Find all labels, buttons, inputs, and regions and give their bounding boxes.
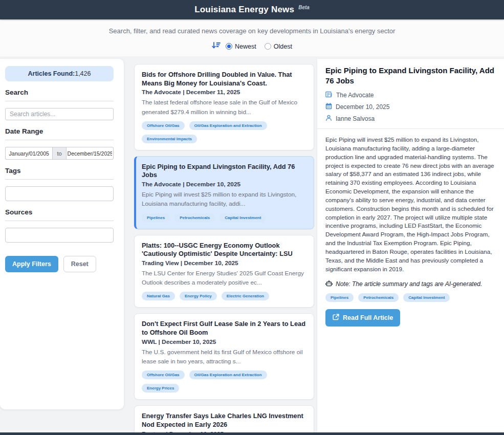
filter-sidebar: Articles Found:1,426 Search Date Range t…: [0, 59, 124, 409]
tag-pill: Petrochemicals: [174, 213, 215, 222]
sort-radio-group: Newest Oldest: [226, 43, 292, 50]
external-link-icon: [333, 314, 339, 322]
page-subtitle: Search, filter, and read curated news co…: [0, 27, 504, 35]
detail-title: Epic Piping to Expand Livingston Facilit…: [325, 66, 496, 85]
sort-oldest-radio[interactable]: Oldest: [265, 43, 292, 50]
article-card[interactable]: Bids for Offshore Drilling Doubled in Va…: [134, 64, 314, 150]
tags-heading: Tags: [5, 167, 114, 175]
divider: [5, 179, 114, 180]
article-card-title: Platts: 100--USGC Energy Economy Outlook…: [142, 242, 306, 258]
sort-controls: Newest Oldest: [0, 41, 504, 51]
sort-oldest-label: Oldest: [274, 43, 292, 50]
calendar-icon: [325, 102, 332, 112]
apply-filters-button[interactable]: Apply Filters: [5, 256, 58, 272]
beta-badge: Beta: [298, 5, 310, 10]
detail-date: December 10, 2025: [336, 103, 389, 111]
search-heading: Search: [5, 89, 114, 96]
date-range-heading: Date Range: [5, 127, 114, 135]
ai-note-text: Note: The article summary and tags are A…: [336, 280, 482, 288]
article-card-tags: Natural GasEnergy PolicyElectric Generat…: [142, 292, 306, 300]
read-full-article-button[interactable]: Read Full Article: [325, 309, 400, 327]
tag-pill: Capital Investment: [403, 293, 450, 302]
tag-pill: Petrochemicals: [358, 293, 399, 302]
divider: [5, 101, 114, 101]
article-card-source-date: Trading View | December 10, 2025: [142, 259, 306, 267]
article-card-snippet: The latest federal offshore lease sale i…: [142, 98, 306, 117]
read-full-article-label: Read Full Article: [343, 314, 393, 321]
tag-pill: Offshore Oil/Gas: [142, 371, 185, 379]
tag-pill: Pipelines: [142, 213, 170, 222]
article-list[interactable]: Bids for Offshore Drilling Doubled in Va…: [127, 59, 317, 435]
app-header: Louisiana Energy News Beta: [0, 0, 504, 19]
article-card-snippet: The U.S. government held its first Gulf …: [142, 347, 306, 366]
footer-strip: [0, 432, 504, 435]
article-card-title: Bids for Offshore Drilling Doubled in Va…: [142, 71, 306, 88]
detail-author: Ianne Salvosa: [336, 115, 375, 122]
date-from-input[interactable]: [5, 147, 52, 160]
article-card-source-date: The Advocate | December 11, 2025: [142, 89, 306, 96]
radio-unchecked-icon[interactable]: [265, 43, 271, 50]
article-card-title: Epic Piping to Expand Livingston Facilit…: [142, 163, 306, 180]
articles-found-badge: Articles Found:1,426: [5, 66, 114, 81]
tag-pill: Environmental Impacts: [142, 135, 197, 143]
divider: [317, 128, 504, 129]
tag-pill: Oil/Gas Exploration and Extraction: [189, 371, 267, 379]
article-card[interactable]: Don't Expect First Gulf Lease Sale in 2 …: [134, 313, 314, 400]
articles-found-label: Articles Found:: [28, 70, 75, 77]
detail-tags: PipelinesPetrochemicalsCapital Investmen…: [325, 293, 496, 302]
article-card[interactable]: Energy Transfer Says Lake Charles LNG In…: [134, 405, 314, 435]
article-card-title: Energy Transfer Says Lake Charles LNG In…: [142, 412, 306, 429]
article-card[interactable]: Epic Piping to Expand Livingston Facilit…: [134, 156, 314, 229]
newspaper-icon: [325, 91, 333, 100]
tag-pill: Natural Gas: [142, 292, 175, 300]
tag-pill: Pipelines: [325, 293, 354, 302]
sources-input[interactable]: [5, 228, 114, 243]
article-card-source-date: The Advocate | December 10, 2025: [142, 181, 306, 188]
tag-pill: Offshore Oil/Gas: [142, 121, 185, 130]
article-card-title: Don't Expect First Gulf Lease Sale in 2 …: [142, 320, 306, 337]
tag-pill: Oil/Gas Exploration and Extraction: [189, 121, 267, 130]
article-detail-panel: Epic Piping to Expand Livingston Facilit…: [317, 59, 504, 432]
ai-note: Note: The article summary and tags are A…: [325, 279, 496, 289]
date-range-group: to: [5, 147, 114, 160]
robot-icon: [325, 279, 333, 289]
sub-header: Search, filter, and read curated news co…: [0, 19, 504, 56]
detail-meta: The Advocate December 10, 2025: [325, 91, 496, 123]
article-card-snippet: Epic Piping will invest $25 million to e…: [142, 190, 306, 209]
sort-descending-icon: [212, 41, 221, 51]
date-separator-label: to: [52, 147, 66, 160]
tag-pill: Capital Investment: [220, 213, 266, 222]
divider: [5, 140, 114, 140]
article-card-tags: Offshore Oil/GasOil/Gas Exploration and …: [142, 121, 306, 143]
articles-found-value: 1,426: [75, 70, 91, 77]
search-input[interactable]: [5, 108, 114, 120]
tags-input[interactable]: [5, 186, 114, 201]
article-card-tags: PipelinesPetrochemicalsCapital Investmen…: [142, 213, 306, 222]
divider: [5, 221, 114, 221]
detail-summary: Epic Piping will invest $25 million to e…: [325, 136, 496, 274]
detail-source: The Advocate: [336, 92, 374, 99]
tag-pill: Energy Prices: [142, 384, 179, 393]
app-title: Louisiana Energy News: [194, 5, 294, 15]
article-card-snippet: The LSU Center for Energy Studies' 2025 …: [142, 269, 306, 288]
date-to-input[interactable]: [67, 147, 114, 160]
article-card-source-date: WWL | December 10, 2025: [142, 338, 306, 345]
radio-checked-icon[interactable]: [226, 43, 232, 50]
reset-button[interactable]: Reset: [63, 256, 96, 272]
article-card[interactable]: Platts: 100--USGC Energy Economy Outlook…: [134, 235, 314, 308]
article-card-tags: Offshore Oil/GasOil/Gas Exploration and …: [142, 371, 306, 393]
person-icon: [325, 114, 332, 123]
sources-heading: Sources: [5, 208, 114, 216]
tag-pill: Electric Generation: [222, 292, 269, 300]
sort-newest-radio[interactable]: Newest: [226, 43, 256, 50]
sort-newest-label: Newest: [235, 43, 256, 50]
tag-pill: Energy Policy: [180, 292, 217, 300]
